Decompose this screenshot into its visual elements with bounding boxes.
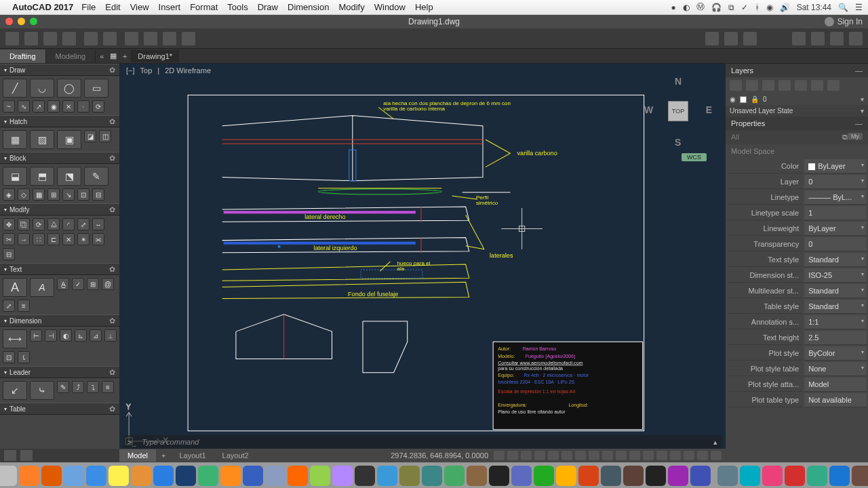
wipeout-tool[interactable]: ◫ bbox=[99, 130, 111, 142]
wifi-icon[interactable]: ◉ bbox=[766, 3, 773, 12]
property-value[interactable]: None bbox=[804, 362, 867, 376]
tool-button[interactable] bbox=[811, 32, 825, 45]
boundary-tool[interactable]: ▣ bbox=[57, 130, 81, 149]
grid-toggle[interactable] bbox=[494, 451, 505, 460]
command-line[interactable]: >_ Type a command ▴ bbox=[123, 435, 722, 449]
property-value[interactable]: ——— ByL... bbox=[804, 190, 867, 205]
menu-tools[interactable]: Tools bbox=[227, 2, 248, 12]
break-tool[interactable]: ⊟ bbox=[3, 248, 15, 260]
minimize-button[interactable] bbox=[18, 18, 25, 25]
tabs-collapse-icon[interactable]: « bbox=[96, 52, 108, 60]
dim-tool[interactable]: ⊾ bbox=[75, 329, 87, 342]
close-button[interactable] bbox=[5, 18, 13, 25]
viewcube-south[interactable]: S bbox=[675, 137, 681, 148]
status-toggle[interactable] bbox=[656, 451, 667, 460]
viewcube-west[interactable]: W bbox=[644, 104, 653, 115]
dock-app[interactable] bbox=[444, 466, 465, 486]
gear-icon[interactable]: ✿ bbox=[109, 117, 115, 126]
dock-app[interactable] bbox=[829, 466, 850, 486]
property-value[interactable]: Standard bbox=[804, 300, 867, 314]
point-tool[interactable]: · bbox=[77, 100, 90, 113]
tool-button[interactable] bbox=[849, 32, 863, 45]
property-row[interactable]: Multileader st...Standard bbox=[727, 284, 867, 298]
text-tool[interactable]: ✓ bbox=[72, 278, 84, 290]
line-tool[interactable]: ╱ bbox=[3, 79, 27, 98]
property-row[interactable]: Plot style atta...Model bbox=[727, 378, 867, 392]
menu-window[interactable]: Window bbox=[374, 2, 406, 12]
dock-app[interactable] bbox=[762, 466, 783, 486]
gear-icon[interactable]: ✿ bbox=[109, 317, 115, 325]
block-tool[interactable]: ⊞ bbox=[47, 188, 60, 201]
property-row[interactable]: Linetype scale1 bbox=[727, 206, 867, 220]
notification-icon[interactable]: ☰ bbox=[855, 3, 863, 12]
property-row[interactable]: Text styleStandard bbox=[727, 253, 867, 267]
new-button[interactable] bbox=[5, 32, 19, 45]
xline-tool[interactable]: ✕ bbox=[62, 100, 75, 113]
file-tab[interactable]: Drawing1* bbox=[131, 50, 179, 62]
volume-icon[interactable]: 🔊 bbox=[780, 3, 790, 12]
layer-tool[interactable] bbox=[811, 80, 823, 91]
dock-app[interactable] bbox=[86, 466, 106, 486]
dock-app[interactable] bbox=[534, 466, 554, 486]
menu-insert[interactable]: Insert bbox=[159, 2, 181, 12]
extend-tool[interactable]: → bbox=[18, 233, 30, 245]
block-tool[interactable]: ↘ bbox=[62, 188, 75, 201]
collapse-icon[interactable]: — bbox=[855, 119, 863, 127]
dock-app[interactable] bbox=[355, 466, 375, 486]
block-tool[interactable]: ⊟ bbox=[92, 188, 104, 201]
mirror-tool[interactable]: ⧋ bbox=[47, 218, 60, 230]
dock-app[interactable] bbox=[288, 466, 308, 486]
otrack-toggle[interactable] bbox=[561, 451, 572, 460]
dim-linear-tool[interactable]: ⟷ bbox=[3, 329, 27, 348]
menubar-icon[interactable]: ⧉ bbox=[728, 3, 734, 12]
gear-icon[interactable]: ✿ bbox=[109, 205, 115, 214]
spline-tool[interactable]: ∿ bbox=[18, 100, 30, 113]
save-button[interactable] bbox=[43, 32, 57, 45]
add-palette-button[interactable] bbox=[4, 450, 16, 461]
property-value[interactable]: 0 bbox=[804, 237, 867, 251]
property-value[interactable]: Standard bbox=[804, 253, 867, 267]
dim-tool[interactable]: ⟂ bbox=[104, 329, 117, 342]
hatch-tool[interactable]: ▦ bbox=[3, 130, 27, 149]
leader-tool[interactable]: ≡ bbox=[102, 381, 114, 393]
stretch-tool[interactable]: ↔ bbox=[92, 218, 104, 230]
section-hatch[interactable]: ▾Hatch✿ bbox=[0, 115, 119, 127]
menubar-icon[interactable]: Ⓜ bbox=[696, 1, 705, 13]
dim-tool[interactable]: ◐ bbox=[60, 329, 72, 342]
layout-add-icon[interactable]: + bbox=[156, 451, 171, 460]
ray-tool[interactable]: ↗ bbox=[33, 100, 45, 113]
dock-app[interactable] bbox=[310, 466, 330, 486]
mtext-tool[interactable]: A bbox=[3, 278, 27, 297]
property-row[interactable]: Table styleStandard bbox=[727, 300, 867, 314]
dock-app[interactable] bbox=[0, 466, 17, 486]
tool-button[interactable] bbox=[830, 32, 844, 45]
layers-panel-header[interactable]: Layers— bbox=[726, 64, 868, 77]
signin-button[interactable]: Sign In bbox=[825, 17, 863, 26]
polyline-tool[interactable]: ~ bbox=[3, 100, 15, 113]
property-value[interactable]: Standard bbox=[804, 284, 867, 298]
zoom-button[interactable] bbox=[724, 32, 738, 45]
property-value[interactable]: 1:1 bbox=[804, 315, 867, 329]
menubar-icon[interactable]: ● bbox=[671, 3, 675, 12]
grid-icon[interactable]: ▦ bbox=[108, 52, 119, 60]
property-row[interactable]: Layer0 bbox=[727, 175, 867, 189]
property-row[interactable]: Plot style tableNone bbox=[727, 362, 867, 376]
dock-app[interactable] bbox=[556, 466, 576, 486]
tab-layout1[interactable]: Layout1 bbox=[171, 449, 214, 462]
command-history-icon[interactable]: ▴ bbox=[713, 438, 717, 447]
explode-tool[interactable]: ✶ bbox=[77, 233, 90, 245]
property-value[interactable]: Not available bbox=[804, 393, 867, 407]
gear-icon[interactable]: ✿ bbox=[109, 154, 115, 163]
leader-tool[interactable]: ⤵ bbox=[87, 381, 99, 393]
dock-app[interactable] bbox=[108, 466, 129, 486]
property-value[interactable]: 1 bbox=[804, 206, 867, 220]
wcs-tag[interactable]: WCS bbox=[682, 153, 707, 161]
dock-app[interactable] bbox=[578, 466, 599, 486]
attribute-tool[interactable]: ✎ bbox=[84, 167, 108, 186]
osnap-toggle[interactable] bbox=[548, 451, 559, 460]
gear-icon[interactable]: ✿ bbox=[109, 265, 115, 274]
dock-app[interactable] bbox=[646, 466, 666, 486]
spotlight-icon[interactable]: 🔍 bbox=[838, 3, 848, 12]
dock-app[interactable] bbox=[220, 466, 241, 486]
dock-app[interactable] bbox=[64, 466, 84, 486]
